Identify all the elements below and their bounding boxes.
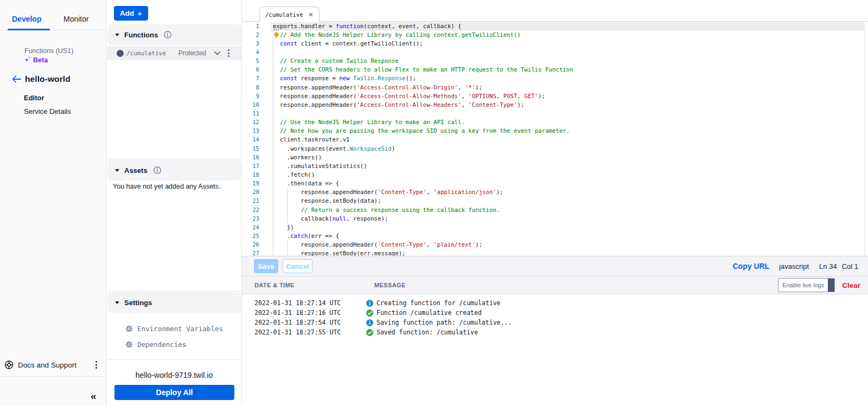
back-arrow-icon[interactable] (12, 75, 21, 83)
chevron-down-icon[interactable] (214, 51, 221, 55)
service-domain: hello-world-9719.twil.io (107, 371, 241, 379)
copy-url-link[interactable]: Copy URL (733, 262, 770, 270)
gear-icon (125, 325, 133, 332)
code-line: 27 response.setBody(err.message); (242, 249, 868, 256)
line-number: 12 (242, 118, 259, 127)
section-divider (107, 291, 242, 292)
code-line: 9 response.appendHeader('Access-Control-… (242, 92, 868, 101)
log-entry: 2022-01-31 18:27:55 UTCSaved function: /… (242, 327, 868, 337)
sidebar-item-editor[interactable]: Editor (24, 94, 44, 102)
lifebuoy-icon (4, 360, 14, 370)
line-number: 24 (242, 223, 259, 232)
line-number: 23 (242, 215, 259, 223)
tab-monitor[interactable]: Monitor (63, 15, 89, 23)
code-line: 6 // Set the CORS headers to allow Flex … (242, 66, 868, 74)
collapse-triangle-icon[interactable] (115, 34, 119, 36)
cancel-button[interactable]: Cancel (283, 259, 312, 273)
code-line: 8 response.appendHeader('Access-Control-… (242, 83, 868, 92)
save-button[interactable]: Save (254, 259, 278, 273)
function-kebab-menu[interactable] (225, 48, 232, 59)
section-divider (107, 159, 242, 159)
line-number: 4 (242, 48, 259, 57)
code-text: .catch(err => { (273, 232, 339, 241)
log-message: Saving function path: /cumulative... (376, 319, 512, 326)
plus-icon: + (137, 9, 142, 18)
code-line: 13 // Note how you are passing the works… (242, 127, 868, 136)
line-number: 22 (242, 206, 259, 215)
add-button[interactable]: Add + (114, 6, 148, 21)
functions-section-header[interactable]: Functions (107, 24, 241, 45)
code-editor[interactable]: 1exports.handler = function(context, eve… (242, 22, 868, 256)
code-text: .workspaces(event.WorkspaceSid) (273, 145, 395, 153)
sidebar-divider (0, 376, 106, 377)
log-entry: 2022-01-31 18:27:54 UTCSaving function p… (242, 318, 868, 327)
line-number: 2 (242, 31, 259, 40)
editor-tabbar: /cumulative ✕ (242, 0, 868, 22)
docs-and-support[interactable]: Docs and Support (4, 360, 76, 370)
function-name: /cumulative (126, 50, 166, 57)
code-text: // Create a custom Twilio Response (273, 57, 399, 66)
info-icon[interactable] (154, 166, 161, 174)
function-item-cumulative[interactable]: /cumulative Protected (107, 46, 241, 60)
line-number: 26 (242, 241, 259, 249)
active-tab-underline (8, 29, 50, 30)
code-line: 3 const client = context.getTwilioClient… (242, 40, 868, 48)
cursor-position: Ln 34 Col 1 (819, 262, 858, 270)
code-text: // Use the NodeJS Helper Library to make… (273, 118, 465, 127)
line-number: 27 (242, 249, 259, 256)
code-text: response.appendHeader('Access-Control-Al… (273, 92, 545, 101)
logs-list: 2022-01-31 18:27:14 UTCCreating function… (242, 294, 868, 406)
code-text: const response = new Twilio.Response(); (273, 74, 416, 83)
section-divider (107, 359, 242, 360)
assets-empty-text: You have not yet added any Assets. (113, 183, 220, 190)
code-text: response.appendHeader('Access-Control-Al… (273, 101, 524, 109)
explorer-panel: Add + Functions /cumulative Protected As… (107, 0, 242, 406)
assets-section-header[interactable]: Assets (107, 160, 241, 181)
editor-language: javascript (779, 262, 809, 270)
close-tab-icon[interactable]: ✕ (309, 12, 314, 18)
info-icon[interactable] (164, 31, 171, 38)
code-line: 18 .fetch() (242, 171, 868, 179)
suggestion-dots (273, 29, 279, 30)
code-text: .then(data => { (273, 179, 339, 188)
lightbulb-icon[interactable] (273, 32, 279, 39)
line-number: 6 (242, 66, 259, 74)
code-line: 14 client.taskrouter.v1 (242, 136, 868, 144)
code-line: 21 response.setBody(data); (242, 197, 868, 205)
line-number: 25 (242, 232, 259, 241)
code-text: response.appendHeader('Content-Type', 'p… (273, 241, 482, 249)
settings-item-environment-variables[interactable]: Environment Variables (125, 325, 223, 333)
line-number: 8 (242, 83, 259, 92)
collapse-triangle-icon[interactable] (115, 169, 119, 172)
cursor-line: Ln 34 (819, 262, 837, 270)
code-line: 11 (242, 109, 868, 118)
deploy-all-button[interactable]: Deploy All (114, 385, 234, 400)
collapse-triangle-icon[interactable] (115, 301, 119, 304)
code-line: 23 callback(null, response); (242, 215, 868, 223)
log-message: Saved function: /cumulative (376, 328, 478, 336)
docs-and-support-label: Docs and Support (18, 361, 76, 369)
line-number: 13 (242, 127, 259, 136)
code-text: const client = context.getTwilioClient()… (273, 40, 423, 48)
log-message: Function /cumulative created (376, 309, 482, 317)
clear-logs-button[interactable]: Clear (842, 281, 860, 289)
settings-section-header[interactable]: Settings (107, 292, 241, 313)
enable-live-logs-button[interactable]: Enable live logs (778, 278, 835, 292)
beta-label: Beta (33, 56, 48, 63)
code-text: response.setBody(data); (273, 197, 381, 205)
code-text: .cumulativeStatistics() (273, 162, 367, 171)
sidebar-item-service-details[interactable]: Service Details (24, 107, 71, 115)
collapse-sidebar-icon[interactable]: « (91, 391, 97, 401)
line-number: 17 (242, 162, 259, 171)
sparkle-icon (24, 56, 32, 64)
line-number: 10 (242, 101, 259, 109)
line-number: 21 (242, 197, 259, 205)
tab-develop[interactable]: Develop (12, 15, 41, 23)
beta-badge: Beta (24, 56, 48, 64)
settings-item-dependencies[interactable]: Dependencies (125, 340, 186, 349)
sidebar-kebab-menu[interactable] (92, 359, 100, 370)
code-lines: 1exports.handler = function(context, eve… (242, 22, 868, 256)
code-text: .fetch() (273, 171, 315, 179)
line-number: 11 (242, 109, 259, 118)
editor-tab-cumulative[interactable]: /cumulative ✕ (259, 7, 320, 22)
